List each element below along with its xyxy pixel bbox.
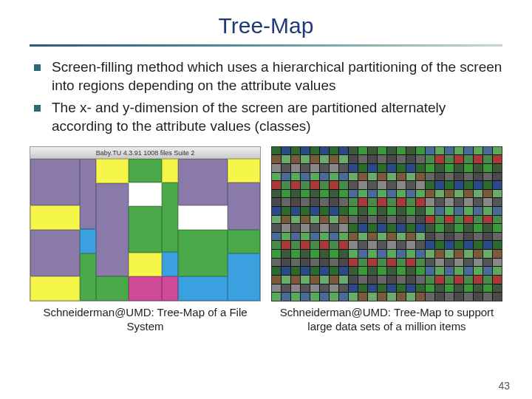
window-titlebar: Baby.TU 4.3.91 1008 files Suite 2 — [30, 147, 260, 159]
bullet-list: Screen-filling method which uses a hiera… — [30, 58, 502, 136]
slide-title: Tree-Map — [30, 13, 502, 38]
treemap-dense-body — [272, 147, 502, 301]
figure-right: Schneiderman@UMD: Tree-Map to support la… — [271, 146, 502, 334]
treemap-body — [30, 159, 260, 301]
bullet-item: Screen-filling method which uses a hiera… — [34, 58, 502, 95]
figure-caption: Schneiderman@UMD: Tree-Map to support la… — [271, 306, 502, 334]
figure-caption: Schneiderman@UMD: Tree-Map of a File Sys… — [30, 306, 261, 334]
treemap-filesystem: Baby.TU 4.3.91 1008 files Suite 2 — [30, 146, 261, 301]
figures-row: Baby.TU 4.3.91 1008 files Suite 2 — [30, 146, 502, 334]
bullet-item: The x- and y-dimension of the screen are… — [34, 99, 502, 135]
figure-left: Baby.TU 4.3.91 1008 files Suite 2 — [30, 146, 261, 334]
title-underline — [30, 44, 502, 47]
treemap-large-dataset — [271, 146, 502, 301]
page-number: 43 — [498, 380, 510, 392]
